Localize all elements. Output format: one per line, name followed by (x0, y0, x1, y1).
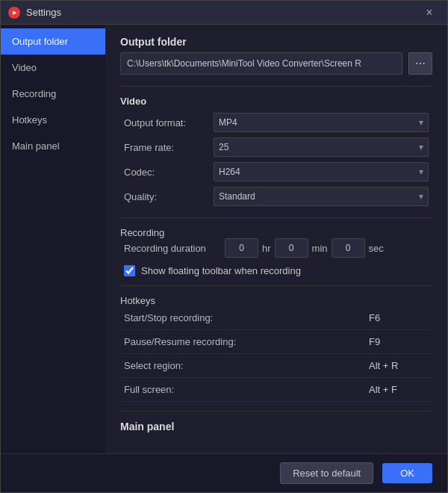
codec-label: Codec: (124, 167, 214, 178)
duration-row: Recording duration hr min sec (120, 238, 432, 258)
sidebar-item-video[interactable]: Video (1, 55, 105, 81)
frame-rate-select[interactable]: 15 20 25 30 60 (214, 137, 429, 157)
browse-button[interactable]: ⋯ (408, 52, 432, 75)
hotkey-row-3: Full screen: Alt + F (120, 378, 432, 402)
hotkey-value-2: Alt + R (369, 360, 429, 371)
divider-4 (120, 411, 432, 412)
main-content: Output folder C:\Users\tk\Documents\Mini… (105, 25, 447, 453)
output-folder-section: Output folder C:\Users\tk\Documents\Mini… (120, 36, 432, 75)
video-section-title: Video (120, 96, 432, 107)
output-format-select-wrapper: MP4 AVI MKV MOV (214, 113, 429, 132)
divider-1 (120, 86, 432, 87)
sidebar: Output folder Video Recording Hotkeys Ma… (1, 25, 105, 453)
sidebar-item-recording[interactable]: Recording (1, 81, 105, 107)
hotkey-value-1: F9 (369, 336, 429, 347)
hr-unit: hr (262, 243, 271, 254)
sec-unit: sec (369, 243, 384, 254)
codec-select[interactable]: H264 H265 VP8 VP9 (214, 162, 429, 182)
output-format-select[interactable]: MP4 AVI MKV MOV (214, 113, 429, 132)
hotkey-row-1: Pause/Resume recording: F9 (120, 330, 432, 354)
duration-sec-input[interactable] (332, 238, 365, 258)
hotkey-name-0: Start/Stop recording: (124, 312, 369, 323)
frame-rate-row: Frame rate: 15 20 25 30 60 (120, 137, 432, 157)
main-panel-section: Main panel (120, 421, 432, 432)
ok-button[interactable]: OK (382, 463, 432, 483)
sidebar-item-hotkeys[interactable]: Hotkeys (1, 107, 105, 133)
duration-hr-input[interactable] (225, 238, 258, 258)
duration-min-input[interactable] (275, 238, 308, 258)
output-format-row: Output format: MP4 AVI MKV MOV (120, 113, 432, 132)
reset-button[interactable]: Reset to default (280, 462, 373, 484)
min-unit: min (312, 243, 328, 254)
hotkeys-section-title: Hotkeys (120, 295, 432, 306)
codec-select-wrapper: H264 H265 VP8 VP9 (214, 162, 429, 182)
recording-section: Recording Recording duration hr min sec … (120, 227, 432, 276)
hotkey-row-0: Start/Stop recording: F6 (120, 306, 432, 330)
hotkey-row-2: Select region: Alt + R (120, 354, 432, 378)
show-toolbar-row: Show floating toolbar when recording (120, 265, 432, 276)
folder-path-display: C:\Users\tk\Documents\MiniTool Video Con… (120, 52, 402, 75)
codec-row: Codec: H264 H265 VP8 VP9 (120, 162, 432, 182)
duration-label: Recording duration (124, 243, 221, 254)
video-section: Video Output format: MP4 AVI MKV MOV Fra… (120, 96, 432, 206)
sidebar-item-output-folder[interactable]: Output folder (1, 28, 105, 55)
divider-3 (120, 285, 432, 286)
output-format-label: Output format: (124, 117, 214, 128)
footer: Reset to default OK (1, 453, 447, 492)
frame-rate-label: Frame rate: (124, 142, 214, 153)
main-panel-title: Main panel (120, 421, 432, 432)
quality-select-wrapper: Low Standard High Lossless (214, 187, 429, 206)
show-toolbar-label: Show floating toolbar when recording (141, 265, 301, 276)
app-icon (8, 7, 20, 19)
recording-section-title: Recording (120, 227, 432, 238)
quality-row: Quality: Low Standard High Lossless (120, 187, 432, 206)
close-button[interactable]: × (419, 5, 440, 20)
quality-select[interactable]: Low Standard High Lossless (214, 187, 429, 206)
hotkey-name-2: Select region: (124, 360, 369, 371)
output-folder-title: Output folder (120, 36, 432, 48)
divider-2 (120, 217, 432, 218)
quality-label: Quality: (124, 191, 214, 202)
frame-rate-select-wrapper: 15 20 25 30 60 (214, 137, 429, 157)
output-folder-row: C:\Users\tk\Documents\MiniTool Video Con… (120, 52, 432, 75)
window-title: Settings (26, 7, 419, 18)
hotkey-value-0: F6 (369, 312, 429, 323)
settings-window: Settings × Output folder Video Recording… (0, 0, 448, 493)
show-toolbar-checkbox[interactable] (124, 265, 135, 276)
hotkey-name-3: Full screen: (124, 384, 369, 395)
sidebar-item-main-panel[interactable]: Main panel (1, 133, 105, 159)
hotkey-name-1: Pause/Resume recording: (124, 336, 369, 347)
content-area: Output folder Video Recording Hotkeys Ma… (1, 25, 447, 453)
hotkeys-section: Hotkeys Start/Stop recording: F6 Pause/R… (120, 295, 432, 402)
title-bar: Settings × (1, 1, 447, 25)
hotkey-value-3: Alt + F (369, 384, 429, 395)
